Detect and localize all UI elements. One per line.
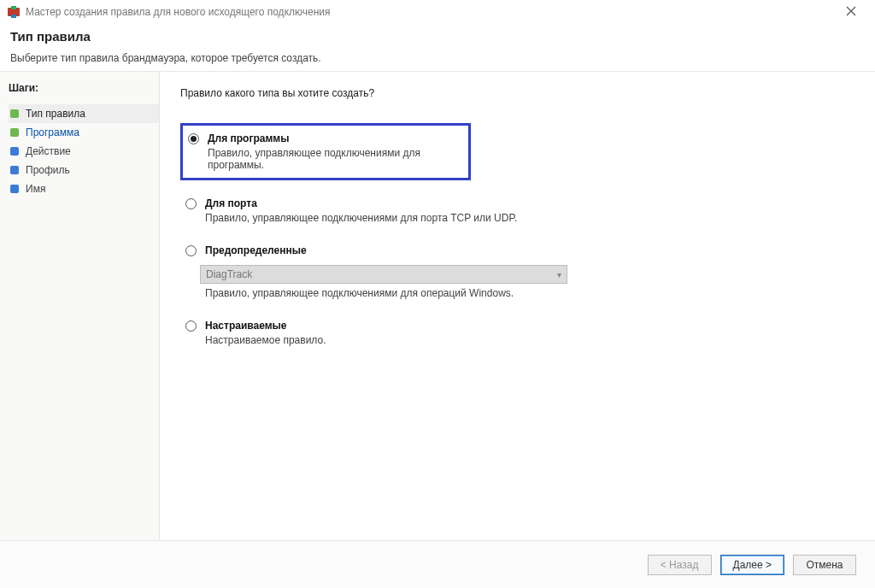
radio-predefined[interactable]: [185, 245, 197, 256]
option-predefined-block: Предопределенные DiagTrack ▾ Правило, уп…: [180, 241, 854, 303]
firewall-icon: [7, 5, 21, 19]
title-bar: Мастер создания правила для нового исход…: [0, 0, 875, 24]
option-port[interactable]: Для порта Правило, управляющее подключен…: [180, 194, 854, 227]
close-button[interactable]: [834, 0, 868, 24]
step-name[interactable]: Имя: [9, 179, 159, 198]
predefined-select-value: DiagTrack: [206, 268, 252, 280]
step-label: Имя: [26, 183, 45, 195]
next-button[interactable]: Далее >: [720, 555, 785, 575]
step-action[interactable]: Действие: [9, 142, 159, 161]
step-label: Профиль: [26, 164, 70, 176]
steps-sidebar: Шаги: Тип правила Программа Действие Про…: [0, 72, 159, 540]
content-pane: Правило какого типа вы хотите создать? Д…: [159, 72, 875, 540]
question-text: Правило какого типа вы хотите создать?: [180, 87, 854, 99]
radio-port[interactable]: [185, 198, 197, 209]
wizard-window: Мастер создания правила для нового исход…: [0, 0, 875, 588]
option-port-desc: Правило, управляющее подключениями для п…: [205, 212, 517, 224]
option-predefined[interactable]: Предопределенные: [180, 241, 854, 260]
step-bullet-icon: [10, 185, 19, 193]
cancel-button[interactable]: Отмена: [793, 555, 856, 575]
svg-rect-1: [11, 6, 16, 9]
body: Шаги: Тип правила Программа Действие Про…: [0, 71, 875, 540]
step-program[interactable]: Программа: [9, 123, 159, 142]
step-bullet-icon: [10, 166, 19, 174]
option-custom[interactable]: Настраиваемые Настраиваемое правило.: [180, 316, 854, 350]
step-bullet-icon: [10, 147, 19, 156]
svg-rect-2: [11, 15, 16, 18]
step-bullet-icon: [10, 109, 19, 118]
page-subtitle: Выберите тип правила брандмауэра, которо…: [10, 52, 865, 64]
radio-custom[interactable]: [185, 320, 197, 332]
step-label: Действие: [26, 145, 71, 157]
footer: < Назад Далее > Отмена: [0, 540, 875, 588]
step-bullet-icon: [10, 128, 19, 137]
page-title: Тип правила: [10, 29, 865, 44]
step-label: Тип правила: [26, 108, 85, 120]
step-rule-type[interactable]: Тип правила: [9, 104, 159, 123]
rule-type-options: Для программы Правило, управляющее подкл…: [180, 123, 854, 350]
option-custom-desc: Настраиваемое правило.: [205, 334, 326, 346]
step-label: Программа: [26, 126, 79, 138]
radio-program[interactable]: [188, 133, 199, 144]
option-program-label: Для программы: [208, 132, 463, 144]
header: Тип правила Выберите тип правила брандма…: [0, 24, 875, 71]
option-predefined-label: Предопределенные: [205, 244, 307, 256]
chevron-down-icon: ▾: [557, 270, 561, 279]
steps-heading: Шаги:: [9, 82, 159, 94]
predefined-select: DiagTrack ▾: [200, 265, 567, 284]
close-icon: [846, 6, 856, 19]
step-profile[interactable]: Профиль: [9, 161, 159, 179]
back-button: < Назад: [648, 555, 712, 575]
option-program[interactable]: Для программы Правило, управляющее подкл…: [180, 123, 471, 180]
option-custom-label: Настраиваемые: [205, 320, 326, 332]
window-title: Мастер создания правила для нового исход…: [26, 6, 331, 18]
option-port-label: Для порта: [205, 197, 517, 209]
option-predefined-desc: Правило, управляющее подключениями для о…: [205, 287, 514, 299]
option-program-desc: Правило, управляющее подключениями для п…: [208, 147, 463, 171]
